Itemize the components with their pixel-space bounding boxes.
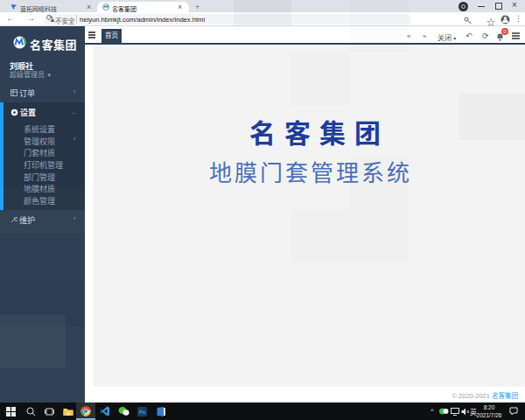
svg-text:Ps: Ps bbox=[139, 410, 145, 415]
